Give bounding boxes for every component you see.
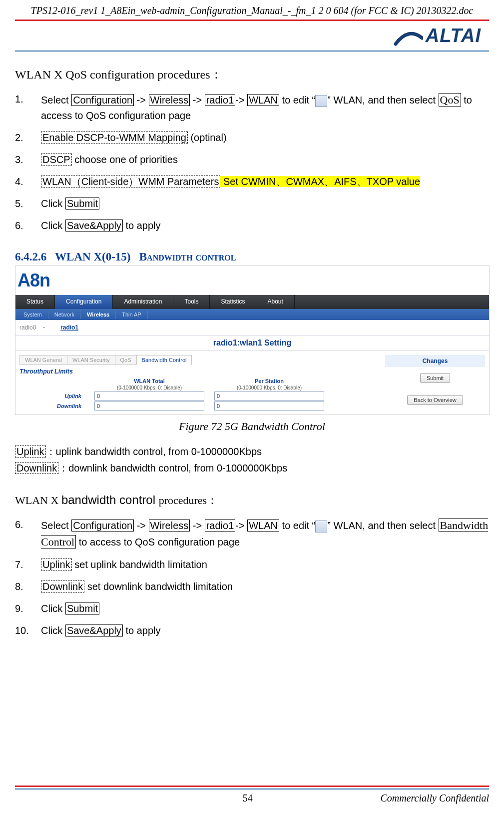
product-logo-area: A8n — [15, 266, 489, 295]
tab-tools[interactable]: Tools — [173, 295, 210, 309]
wlan-setting-tabs: WLAN General WLAN Security QoS Bandwidth… — [19, 355, 379, 365]
subtab-wlan-security[interactable]: WLAN Security — [67, 355, 115, 365]
bw-step-7: 7. Uplink set uplink bandwidth limitatio… — [15, 557, 489, 572]
a8n-logo: A8n — [17, 270, 50, 290]
tab-about[interactable]: About — [256, 295, 294, 309]
link-configuration-2: Configuration — [71, 520, 134, 532]
edit-wlan-icon-2 — [315, 520, 327, 532]
bw-step-8: 8. Downlink set downlink bandwidth limit… — [15, 579, 489, 594]
footer-red-rule — [15, 786, 489, 787]
bw-step-10: 10. Click Save&Apply to apply — [15, 623, 489, 638]
btn-save-apply-2: Save&Apply — [65, 624, 123, 636]
submit-button[interactable]: Submit — [420, 373, 450, 383]
field-enable-dscp-wmm: Enable DSCP-to-WMM Mapping — [41, 132, 188, 144]
input-downlink-total[interactable]: 0 — [94, 402, 204, 410]
tab-status[interactable]: Status — [15, 295, 55, 309]
link-qos: QoS — [439, 93, 461, 106]
field-dscp: DSCP — [41, 154, 72, 166]
qos-steps: 1. Select Configuration -> Wireless -> r… — [15, 92, 489, 233]
subsection-heading: 6.4.2.6 WLAN X(0-15) Bandwidth control — [15, 250, 489, 264]
qos-step-1: 1. Select Configuration -> Wireless -> r… — [15, 92, 489, 123]
logo-row: ALTAI — [0, 21, 504, 50]
subtab-wireless[interactable]: Wireless — [81, 310, 116, 319]
btn-submit: Submit — [65, 198, 99, 210]
main-nav: Status Configuration Administration Tool… — [15, 295, 489, 309]
row-downlink-label: Downlink — [19, 403, 84, 409]
tab-administration[interactable]: Administration — [113, 295, 173, 309]
confidential-notice: Commercially Confidential — [380, 792, 489, 804]
altai-swoosh-icon — [393, 29, 423, 50]
def-uplink-label: Uplink — [15, 446, 46, 458]
btn-save-apply: Save&Apply — [65, 220, 123, 232]
hint-per-station: (0-1000000 Kbps, 0: Disable) — [214, 385, 324, 390]
link-wlan: WLAN — [247, 94, 279, 106]
subtab-thinap[interactable]: Thin AP — [116, 310, 148, 319]
qos-step-5: 5. Click Submit — [15, 196, 489, 211]
qos-step-2: 2. Enable DSCP-to-WMM Mapping (optinal) — [15, 130, 489, 145]
subtab-system[interactable]: System — [17, 310, 48, 319]
secondary-nav: System Network Wireless Thin AP — [15, 309, 489, 320]
tab-configuration[interactable]: Configuration — [55, 295, 113, 309]
qos-step-4: 4. WLAN（Client-side）WMM Parameters Set C… — [15, 174, 489, 189]
radio-selector: radio0 - radio1 — [15, 320, 489, 335]
def-downlink: Downlink：downlink bandwidth control, fro… — [15, 462, 489, 475]
qos-step-6: 6. Click Save&Apply to apply — [15, 218, 489, 233]
link-wireless-2: Wireless — [149, 520, 190, 532]
subtab-network[interactable]: Network — [48, 310, 81, 319]
subtab-wlan-general[interactable]: WLAN General — [19, 355, 67, 365]
field-downlink: Downlink — [41, 580, 84, 592]
highlight-wmm-values: Set CWMIN、CWMAX、AIFS、TXOP value — [220, 176, 420, 187]
field-wlan-wmm-params: WLAN（Client-side）WMM Parameters — [41, 176, 220, 188]
edit-wlan-icon — [315, 95, 327, 107]
radio0-inactive[interactable]: radio0 — [19, 324, 36, 331]
page-content: WLAN X QoS configuration procedures： 1. … — [0, 52, 504, 638]
bw-procedure-title: WLAN X bandwidth control procedures： — [15, 493, 489, 508]
header-filename: TPS12-016_rev1 1_A8Ein_web-admin_Configu… — [0, 0, 504, 20]
field-uplink: Uplink — [41, 558, 72, 570]
link-wlan-2: WLAN — [247, 520, 279, 532]
changes-panel[interactable]: Changes — [385, 355, 485, 367]
input-downlink-perstation[interactable]: 0 — [214, 402, 324, 410]
bw-steps: 6. Select Configuration -> Wireless -> r… — [15, 517, 489, 638]
hint-wlan-total: (0-1000000 Kbps, 0: Disable) — [94, 385, 204, 390]
col-wlan-total: WLAN Total — [94, 378, 204, 384]
figure-caption: Figure 72 5G Bandwidth Control — [15, 420, 489, 433]
qos-procedure-title: WLAN X QoS configuration procedures： — [15, 66, 489, 82]
input-uplink-total[interactable]: 0 — [94, 392, 204, 400]
bw-step-6: 6. Select Configuration -> Wireless -> r… — [15, 517, 489, 550]
subtab-qos[interactable]: QoS — [115, 355, 137, 365]
link-configuration: Configuration — [71, 94, 134, 106]
def-downlink-label: Downlink — [15, 462, 58, 474]
col-per-station: Per Station — [214, 378, 324, 384]
subtab-bandwidth-control[interactable]: Bandwidth Control — [136, 355, 192, 365]
btn-submit-2: Submit — [65, 602, 99, 614]
altai-logo-text: ALTAI — [426, 25, 484, 46]
row-uplink-label: Uplink — [19, 393, 84, 399]
page-number: 54 — [115, 792, 380, 804]
link-radio1: radio1 — [205, 94, 236, 106]
link-radio1-2: radio1 — [205, 520, 236, 532]
bw-step-9: 9. Click Submit — [15, 601, 489, 616]
input-uplink-perstation[interactable]: 0 — [214, 392, 324, 400]
qos-step-3: 3. DSCP choose one of priorities — [15, 152, 489, 167]
throughput-limits-label: Throuthput Limits — [19, 368, 379, 375]
bandwidth-control-screenshot: A8n Status Configuration Administration … — [15, 266, 490, 415]
setting-title: radio1:wlan1 Setting — [15, 335, 489, 351]
tab-statistics[interactable]: Statistics — [210, 295, 256, 309]
link-wireless: Wireless — [149, 94, 190, 106]
radio1-active[interactable]: radio1 — [60, 324, 78, 331]
def-uplink: Uplink：uplink bandwidth control, from 0-… — [15, 445, 489, 458]
back-to-overview-button[interactable]: Back to Overview — [407, 395, 463, 405]
page-footer: 54 Commercially Confidential — [15, 786, 489, 804]
